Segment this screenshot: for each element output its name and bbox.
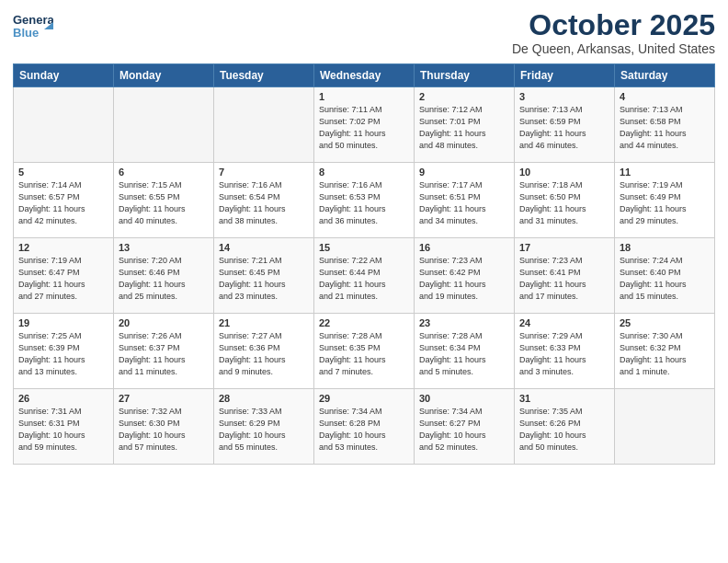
- calendar-cell: [114, 87, 214, 163]
- calendar-cell: 30Sunrise: 7:34 AM Sunset: 6:27 PM Dayli…: [415, 389, 515, 465]
- calendar-cell: 10Sunrise: 7:18 AM Sunset: 6:50 PM Dayli…: [515, 163, 615, 238]
- day-number: 21: [219, 317, 309, 328]
- calendar-cell: 4Sunrise: 7:13 AM Sunset: 6:58 PM Daylig…: [615, 87, 715, 163]
- calendar-cell: 15Sunrise: 7:22 AM Sunset: 6:44 PM Dayli…: [314, 238, 415, 314]
- day-info: Sunrise: 7:17 AM Sunset: 6:51 PM Dayligh…: [419, 179, 509, 227]
- day-number: 9: [419, 167, 509, 178]
- day-header-friday: Friday: [515, 64, 615, 87]
- calendar-cell: 27Sunrise: 7:32 AM Sunset: 6:30 PM Dayli…: [114, 389, 214, 465]
- calendar-cell: 13Sunrise: 7:20 AM Sunset: 6:46 PM Dayli…: [114, 238, 214, 314]
- day-number: 4: [620, 91, 710, 102]
- calendar-cell: 22Sunrise: 7:28 AM Sunset: 6:35 PM Dayli…: [314, 314, 415, 389]
- day-info: Sunrise: 7:26 AM Sunset: 6:37 PM Dayligh…: [119, 330, 209, 378]
- day-number: 27: [119, 393, 209, 404]
- calendar-cell: 1Sunrise: 7:11 AM Sunset: 7:02 PM Daylig…: [314, 87, 415, 163]
- svg-text:Blue: Blue: [13, 26, 39, 40]
- day-number: 8: [319, 167, 409, 178]
- day-number: 15: [319, 242, 409, 253]
- day-header-monday: Monday: [114, 64, 214, 87]
- day-number: 6: [119, 167, 209, 178]
- day-number: 13: [119, 242, 209, 253]
- day-info: Sunrise: 7:18 AM Sunset: 6:50 PM Dayligh…: [519, 179, 609, 227]
- day-number: 1: [319, 91, 409, 102]
- day-info: Sunrise: 7:33 AM Sunset: 6:29 PM Dayligh…: [219, 406, 309, 454]
- day-info: Sunrise: 7:34 AM Sunset: 6:28 PM Dayligh…: [319, 406, 409, 454]
- calendar-cell: 3Sunrise: 7:13 AM Sunset: 6:59 PM Daylig…: [515, 87, 615, 163]
- day-number: 31: [519, 393, 609, 404]
- day-info: Sunrise: 7:12 AM Sunset: 7:01 PM Dayligh…: [419, 104, 509, 152]
- calendar-cell: 29Sunrise: 7:34 AM Sunset: 6:28 PM Dayli…: [314, 389, 415, 465]
- day-number: 5: [18, 167, 108, 178]
- day-number: 24: [519, 317, 609, 328]
- calendar-cell: 21Sunrise: 7:27 AM Sunset: 6:36 PM Dayli…: [214, 314, 314, 389]
- calendar-cell: 9Sunrise: 7:17 AM Sunset: 6:51 PM Daylig…: [415, 163, 515, 238]
- title-block: October 2025 De Queen, Arkansas, United …: [512, 9, 715, 56]
- svg-text:General: General: [13, 13, 53, 27]
- day-info: Sunrise: 7:29 AM Sunset: 6:33 PM Dayligh…: [519, 330, 609, 378]
- calendar-cell: 16Sunrise: 7:23 AM Sunset: 6:42 PM Dayli…: [415, 238, 515, 314]
- day-number: 7: [219, 167, 309, 178]
- calendar-cell: 7Sunrise: 7:16 AM Sunset: 6:54 PM Daylig…: [214, 163, 314, 238]
- day-header-wednesday: Wednesday: [314, 64, 415, 87]
- day-number: 12: [18, 242, 108, 253]
- calendar-cell: 26Sunrise: 7:31 AM Sunset: 6:31 PM Dayli…: [14, 389, 114, 465]
- day-info: Sunrise: 7:11 AM Sunset: 7:02 PM Dayligh…: [319, 104, 409, 152]
- day-info: Sunrise: 7:32 AM Sunset: 6:30 PM Dayligh…: [119, 406, 209, 454]
- calendar-cell: 17Sunrise: 7:23 AM Sunset: 6:41 PM Dayli…: [515, 238, 615, 314]
- day-number: 29: [319, 393, 409, 404]
- day-info: Sunrise: 7:31 AM Sunset: 6:31 PM Dayligh…: [18, 406, 108, 454]
- day-number: 28: [219, 393, 309, 404]
- logo: General Blue: [13, 9, 53, 42]
- day-number: 25: [620, 317, 710, 328]
- day-info: Sunrise: 7:35 AM Sunset: 6:26 PM Dayligh…: [519, 406, 609, 454]
- day-number: 23: [419, 317, 509, 328]
- day-header-sunday: Sunday: [14, 64, 114, 87]
- day-info: Sunrise: 7:25 AM Sunset: 6:39 PM Dayligh…: [18, 330, 108, 378]
- day-info: Sunrise: 7:23 AM Sunset: 6:41 PM Dayligh…: [519, 255, 609, 303]
- day-header-tuesday: Tuesday: [214, 64, 314, 87]
- calendar-cell: 12Sunrise: 7:19 AM Sunset: 6:47 PM Dayli…: [14, 238, 114, 314]
- calendar-cell: [14, 87, 114, 163]
- day-info: Sunrise: 7:34 AM Sunset: 6:27 PM Dayligh…: [419, 406, 509, 454]
- calendar-cell: 31Sunrise: 7:35 AM Sunset: 6:26 PM Dayli…: [515, 389, 615, 465]
- day-info: Sunrise: 7:16 AM Sunset: 6:54 PM Dayligh…: [219, 179, 309, 227]
- calendar-cell: 6Sunrise: 7:15 AM Sunset: 6:55 PM Daylig…: [114, 163, 214, 238]
- calendar-cell: [214, 87, 314, 163]
- day-number: 2: [419, 91, 509, 102]
- day-number: 18: [620, 242, 710, 253]
- calendar-table: SundayMondayTuesdayWednesdayThursdayFrid…: [13, 63, 715, 465]
- calendar-cell: 20Sunrise: 7:26 AM Sunset: 6:37 PM Dayli…: [114, 314, 214, 389]
- calendar-cell: 25Sunrise: 7:30 AM Sunset: 6:32 PM Dayli…: [615, 314, 715, 389]
- day-info: Sunrise: 7:19 AM Sunset: 6:47 PM Dayligh…: [18, 255, 108, 303]
- day-number: 22: [319, 317, 409, 328]
- day-info: Sunrise: 7:28 AM Sunset: 6:34 PM Dayligh…: [419, 330, 509, 378]
- day-header-thursday: Thursday: [415, 64, 515, 87]
- day-info: Sunrise: 7:14 AM Sunset: 6:57 PM Dayligh…: [18, 179, 108, 227]
- day-info: Sunrise: 7:16 AM Sunset: 6:53 PM Dayligh…: [319, 179, 409, 227]
- calendar-cell: 19Sunrise: 7:25 AM Sunset: 6:39 PM Dayli…: [14, 314, 114, 389]
- day-info: Sunrise: 7:24 AM Sunset: 6:40 PM Dayligh…: [620, 255, 710, 303]
- calendar-cell: 28Sunrise: 7:33 AM Sunset: 6:29 PM Dayli…: [214, 389, 314, 465]
- day-number: 14: [219, 242, 309, 253]
- calendar-cell: [615, 389, 715, 465]
- month-title: October 2025: [512, 9, 715, 41]
- day-number: 26: [18, 393, 108, 404]
- day-number: 30: [419, 393, 509, 404]
- day-number: 19: [18, 317, 108, 328]
- calendar-cell: 18Sunrise: 7:24 AM Sunset: 6:40 PM Dayli…: [615, 238, 715, 314]
- day-number: 3: [519, 91, 609, 102]
- location-title: De Queen, Arkansas, United States: [512, 41, 715, 56]
- day-info: Sunrise: 7:30 AM Sunset: 6:32 PM Dayligh…: [620, 330, 710, 378]
- day-info: Sunrise: 7:19 AM Sunset: 6:49 PM Dayligh…: [620, 179, 710, 227]
- day-header-saturday: Saturday: [615, 64, 715, 87]
- day-info: Sunrise: 7:15 AM Sunset: 6:55 PM Dayligh…: [119, 179, 209, 227]
- day-number: 11: [620, 167, 710, 178]
- day-number: 16: [419, 242, 509, 253]
- calendar-cell: 11Sunrise: 7:19 AM Sunset: 6:49 PM Dayli…: [615, 163, 715, 238]
- calendar-cell: 14Sunrise: 7:21 AM Sunset: 6:45 PM Dayli…: [214, 238, 314, 314]
- day-info: Sunrise: 7:13 AM Sunset: 6:59 PM Dayligh…: [519, 104, 609, 152]
- day-info: Sunrise: 7:27 AM Sunset: 6:36 PM Dayligh…: [219, 330, 309, 378]
- calendar-cell: 5Sunrise: 7:14 AM Sunset: 6:57 PM Daylig…: [14, 163, 114, 238]
- day-number: 20: [119, 317, 209, 328]
- day-info: Sunrise: 7:21 AM Sunset: 6:45 PM Dayligh…: [219, 255, 309, 303]
